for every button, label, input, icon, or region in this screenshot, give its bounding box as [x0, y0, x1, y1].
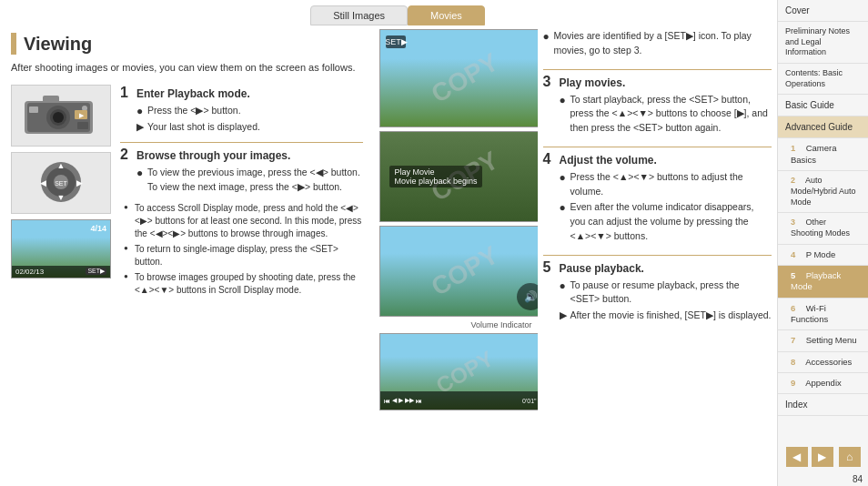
step-4-bullet-2-text: Even after the volume indicator disappea…: [570, 200, 772, 243]
step-4-number: 4: [543, 151, 556, 167]
step-divider-1: [120, 142, 363, 143]
middle-panel: COPY SET▶ COPY Play Movie Movie playback…: [374, 25, 537, 486]
sidebar-item-accessories[interactable]: 8 Accessories: [778, 352, 868, 373]
step-content: 1 Enter Playback mode. ● Press the <▶> b…: [120, 85, 363, 299]
svg-text:▲: ▲: [57, 161, 66, 170]
step-1-header: 1 Enter Playback mode.: [120, 85, 363, 101]
pb-icon-5: ⏭: [416, 398, 422, 404]
step-3-title: Play movies.: [560, 76, 626, 89]
svg-text:▶: ▶: [76, 178, 83, 187]
nav-next-button[interactable]: ▶: [812, 447, 833, 467]
content-body: Viewing After shooting images or movies,…: [0, 25, 777, 486]
step-2-bullet-1: ● To view the previous image, press the …: [136, 166, 363, 195]
step-1-bullet-1: ● Press the <▶> button.: [136, 104, 363, 119]
pb-icon-2: ◀: [392, 397, 397, 404]
step-2-title: Browse through your images.: [136, 149, 290, 162]
page-title: Viewing: [24, 34, 92, 55]
step-5-bullet-1-text: To pause or resume playback, press the <…: [570, 278, 772, 308]
step-2-header: 2 Browse through your images.: [120, 147, 363, 163]
step-4-body: ● Press the <▲><▼> buttons to adjust the…: [543, 170, 772, 244]
sidebar-item-playback[interactable]: 5 Playback Mode: [778, 266, 868, 299]
step-2-notes: ● To access Scroll Display mode, press a…: [120, 202, 363, 297]
photo-thumb-1: COPY SET▶: [379, 29, 537, 127]
step-3-bullet-1-text: To start playback, press the <SET> butto…: [570, 93, 772, 136]
step-1: 1 Enter Playback mode. ● Press the <▶> b…: [120, 85, 363, 136]
intro-text: After shooting images or movies, you can…: [11, 60, 363, 76]
pb-time: 0'01" -:--: [522, 398, 537, 404]
dial-image: ▲ ▼ ◀ ▶ SET: [11, 152, 111, 214]
step-4: 4 Adjust the volume. ● Press the <▲><▼> …: [543, 151, 772, 246]
sidebar-item-auto-mode[interactable]: 2 Auto Mode/Hybrid Auto Mode: [778, 171, 868, 213]
step-1-number: 1: [120, 85, 133, 101]
step-5-title: Pause playback.: [560, 262, 644, 275]
tab-movies[interactable]: Movies: [408, 5, 485, 25]
tab-bar: Still Images Movies: [18, 0, 777, 25]
step-3: 3 Play movies. ● To start playback, pres…: [543, 74, 772, 137]
step-2-note-1: ● To access Scroll Display mode, press a…: [124, 202, 363, 240]
movie-playback-text: Movie playback begins: [394, 177, 477, 186]
right-divider-2: [543, 147, 772, 147]
tab-still-images[interactable]: Still Images: [310, 5, 408, 25]
sidebar-item-prelim[interactable]: Preliminary Notes and Legal Information: [778, 22, 868, 64]
svg-rect-8: [77, 122, 88, 129]
photo-thumb-3: COPY 🔊: [379, 226, 537, 317]
step-2-note-3: ● To browse images grouped by shooting d…: [124, 271, 363, 297]
main-content: Still Images Movies Viewing After shooti…: [0, 0, 777, 486]
title-bar-decoration: [11, 33, 16, 55]
volume-icon: 🔊: [524, 290, 538, 303]
step-5-bullet-2-text: After the movie is finished, [SET▶] is d…: [570, 309, 772, 323]
sidebar-item-contents[interactable]: Contents: Basic Operations: [778, 64, 868, 95]
sidebar-number-1: 1: [791, 143, 803, 154]
step-2-body: ● To view the previous image, press the …: [120, 166, 363, 195]
play-movie-overlay: Play Movie Movie playback begins: [389, 166, 481, 187]
image-counter: 4/14: [90, 224, 106, 233]
step-4-title: Adjust the volume.: [560, 154, 657, 167]
step-1-bullet-1-text: Press the <▶> button.: [147, 104, 241, 118]
right-divider-1: [543, 69, 772, 70]
pb-icon-1: ⏮: [384, 398, 390, 404]
sidebar: Cover Preliminary Notes and Legal Inform…: [777, 0, 868, 486]
play-movie-text: Play Movie: [394, 167, 477, 177]
volume-indicator-overlay: 🔊: [517, 283, 537, 310]
date-text: 02/02/13: [15, 268, 44, 276]
set-play-badge: SET▶: [386, 35, 406, 48]
sidebar-item-basic-guide[interactable]: Basic Guide: [778, 95, 868, 116]
svg-point-4: [53, 112, 64, 123]
step-images: ▶ ▲ ▼ ◀ ▶ S: [11, 85, 111, 299]
svg-text:◀: ◀: [40, 178, 46, 187]
step-3-body: ● To start playback, press the <SET> but…: [543, 93, 772, 136]
set-icon-bottom: SET▶: [86, 268, 106, 275]
svg-rect-5: [43, 96, 59, 103]
movie-note: ● Movies are identified by a [SET▶] icon…: [543, 29, 772, 58]
step-5-body: ● To pause or resume playback, press the…: [543, 278, 772, 323]
step-5-bullet-2: ▶ After the movie is finished, [SET▶] is…: [560, 309, 772, 323]
sidebar-item-appendix[interactable]: 9 Appendix: [778, 373, 868, 394]
sidebar-item-wifi[interactable]: 6 Wi-Fi Functions: [778, 299, 868, 331]
playback-icons: ⏮ ◀ ▶ ▶▶ ⏭: [384, 397, 422, 404]
step-5-bullet-1: ● To pause or resume playback, press the…: [560, 278, 772, 308]
sidebar-item-camera-basics[interactable]: 1 Camera Basics: [778, 138, 868, 171]
volume-label: Volume Indicator: [379, 320, 531, 329]
svg-text:▼: ▼: [57, 193, 66, 202]
sidebar-item-p-mode[interactable]: 4 P Mode: [778, 245, 868, 266]
step-2-number: 2: [120, 147, 133, 163]
sidebar-number-5: 5: [791, 270, 803, 281]
sidebar-number-2: 2: [791, 176, 803, 187]
sidebar-item-setting[interactable]: 7 Setting Menu: [778, 330, 868, 351]
step-1-body: ● Press the <▶> button. ▶ Your last shot…: [120, 104, 363, 136]
sidebar-number-7: 7: [791, 335, 803, 346]
svg-rect-6: [29, 106, 38, 113]
sidebar-item-advanced-guide[interactable]: Advanced Guide: [778, 116, 868, 138]
sidebar-item-index[interactable]: Index: [778, 394, 868, 416]
playback-bar: ⏮ ◀ ▶ ▶▶ ⏭ 0'01" -:--: [380, 391, 537, 410]
page-number: 84: [778, 472, 868, 486]
sidebar-item-cover[interactable]: Cover: [778, 0, 868, 22]
right-panel: ● Movies are identified by a [SET▶] icon…: [538, 25, 777, 486]
step-5-number: 5: [543, 259, 556, 276]
sidebar-number-3: 3: [791, 218, 803, 228]
sidebar-item-other-modes[interactable]: 3 Other Shooting Modes: [778, 213, 868, 244]
nav-prev-button[interactable]: ◀: [786, 447, 808, 467]
svg-text:SET: SET: [55, 180, 67, 187]
sidebar-number-4: 4: [791, 249, 803, 260]
nav-home-button[interactable]: ⌂: [839, 447, 861, 467]
